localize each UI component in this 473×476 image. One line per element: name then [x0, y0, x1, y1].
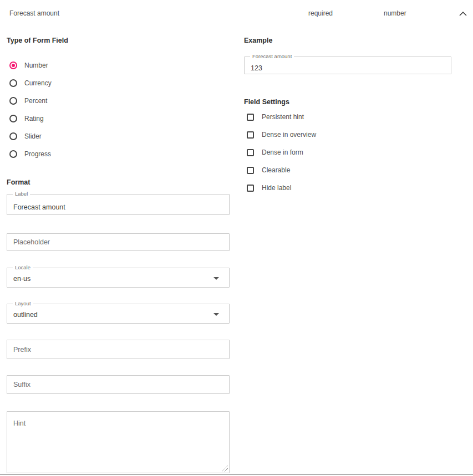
checkbox-label: Dense in form [262, 149, 303, 156]
example-field: Forecast amount [244, 57, 451, 74]
label-field-label: Label [13, 191, 30, 197]
radio-group-field-type: Number Currency Percent Rating Slider Pr… [7, 57, 230, 163]
section-heading-settings: Field Settings [244, 98, 451, 106]
radio-icon [9, 132, 17, 140]
radio-icon [9, 62, 17, 69]
radio-icon [9, 150, 17, 158]
collapse-button[interactable] [457, 9, 469, 18]
field-settings-group: Persistent hint Dense in overview Dense … [244, 108, 451, 197]
section-heading-format: Format [7, 178, 230, 187]
form-field-config-panel: Forecast amount required number Type of … [0, 0, 473, 476]
radio-label: Progress [24, 150, 51, 158]
checkbox-persistent-hint[interactable]: Persistent hint [244, 108, 451, 126]
radio-option-progress[interactable]: Progress [7, 145, 230, 163]
checkbox-icon [247, 131, 254, 139]
hint-field [7, 411, 230, 473]
checkbox-icon [247, 114, 254, 121]
right-column: Example Forecast amount Field Settings P… [244, 36, 451, 197]
panel-header: Forecast amount required number [0, 0, 473, 27]
radio-option-slider[interactable]: Slider [7, 127, 230, 145]
placeholder-input[interactable] [7, 234, 229, 250]
radio-option-rating[interactable]: Rating [7, 110, 230, 127]
checkbox-icon [247, 149, 254, 156]
label-field: Label [7, 194, 230, 215]
panel-title: Forecast amount [9, 9, 59, 17]
radio-label: Rating [24, 115, 44, 122]
chevron-up-icon [459, 9, 467, 18]
left-column: Type of Form Field Number Currency Perce… [7, 36, 230, 473]
dropdown-arrow-icon [213, 313, 219, 316]
radio-option-number[interactable]: Number [7, 57, 230, 74]
checkbox-dense-in-overview[interactable]: Dense in overview [244, 126, 451, 144]
suffix-input[interactable] [7, 376, 229, 393]
example-field-label: Forecast amount [250, 53, 294, 60]
checkbox-icon [247, 167, 254, 174]
type-badge: number [384, 9, 406, 17]
checkbox-label: Hide label [262, 184, 291, 192]
prefix-input[interactable] [7, 340, 229, 359]
prefix-field [7, 340, 230, 359]
radio-label: Slider [24, 132, 42, 140]
locale-select-value: en-us [7, 268, 229, 283]
checkbox-label: Clearable [262, 166, 290, 174]
radio-label: Percent [24, 97, 47, 105]
locale-select[interactable]: Locale en-us [7, 268, 230, 288]
checkbox-icon [247, 185, 254, 192]
locale-select-label: Locale [13, 264, 33, 271]
checkbox-label: Dense in overview [262, 131, 316, 139]
section-heading-example: Example [244, 36, 451, 45]
checkbox-clearable[interactable]: Clearable [244, 161, 451, 179]
radio-icon [9, 115, 17, 122]
radio-icon [9, 97, 17, 105]
radio-icon [9, 79, 17, 87]
layout-select-value: outlined [7, 304, 229, 319]
checkbox-dense-in-form[interactable]: Dense in form [244, 144, 451, 161]
checkbox-hide-label[interactable]: Hide label [244, 179, 451, 197]
radio-label: Number [24, 62, 48, 69]
required-badge: required [308, 9, 333, 17]
radio-label: Currency [24, 79, 52, 87]
suffix-field [7, 375, 230, 394]
bottom-divider [0, 474, 473, 475]
placeholder-field [7, 233, 230, 251]
radio-option-currency[interactable]: Currency [7, 74, 230, 92]
layout-select-label: Layout [13, 300, 33, 307]
layout-select[interactable]: Layout outlined [7, 304, 230, 324]
radio-option-percent[interactable]: Percent [7, 92, 230, 110]
label-input[interactable] [7, 195, 229, 214]
hint-textarea[interactable] [7, 412, 229, 473]
section-heading-type: Type of Form Field [7, 36, 230, 45]
dropdown-arrow-icon [213, 277, 219, 280]
checkbox-label: Persistent hint [262, 113, 304, 121]
